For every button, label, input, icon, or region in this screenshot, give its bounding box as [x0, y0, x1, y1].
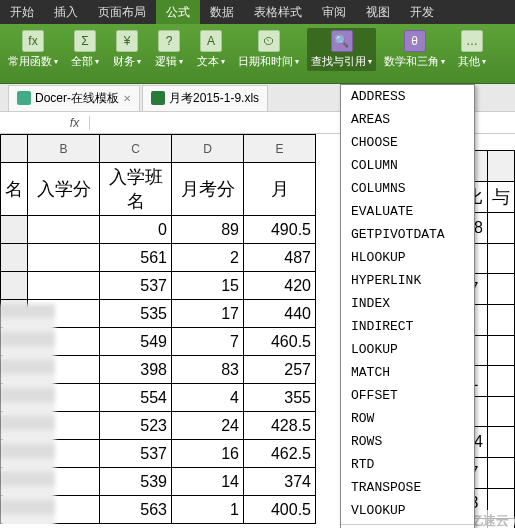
chevron-down-icon: ▾ [482, 57, 486, 66]
cell[interactable]: 490.5 [244, 216, 316, 244]
cell[interactable]: 16 [172, 440, 244, 468]
ribbon-icon: ⏲ [258, 30, 280, 52]
cell[interactable]: 420 [244, 272, 316, 300]
tab-insert[interactable]: 插入 [44, 0, 88, 24]
chevron-down-icon: ▾ [54, 57, 58, 66]
cell[interactable]: 374 [244, 468, 316, 496]
ribbon-日期和时间[interactable]: ⏲日期和时间▾ [234, 28, 303, 71]
cell[interactable] [28, 216, 100, 244]
menu-item-getpivotdata[interactable]: GETPIVOTDATA [341, 223, 474, 246]
cell[interactable]: 537 [100, 272, 172, 300]
header-cell[interactable]: 入学班名 [100, 163, 172, 216]
table-row-head[interactable] [1, 244, 28, 272]
cell[interactable]: 257 [244, 356, 316, 384]
ribbon-常用函数[interactable]: fx常用函数▾ [4, 28, 62, 71]
cell[interactable]: 537 [100, 440, 172, 468]
cell[interactable]: 400.5 [244, 496, 316, 524]
menu-item-hyperlink[interactable]: HYPERLINK [341, 269, 474, 292]
cell[interactable]: 563 [100, 496, 172, 524]
menu-item-vlookup[interactable]: VLOOKUP [341, 499, 474, 522]
cell[interactable]: 561 [100, 244, 172, 272]
cell[interactable]: 17 [172, 300, 244, 328]
col-header[interactable]: E [244, 135, 316, 163]
cell[interactable]: 539 [100, 468, 172, 496]
menu-item-rtd[interactable]: RTD [341, 453, 474, 476]
lookup-dropdown-menu: ADDRESSAREASCHOOSECOLUMNCOLUMNSEVALUATEG… [340, 84, 475, 528]
chevron-down-icon: ▾ [95, 57, 99, 66]
tab-layout[interactable]: 页面布局 [88, 0, 156, 24]
doctab-docer[interactable]: Docer-在线模板 ✕ [8, 85, 140, 111]
header-cell[interactable]: 入学分 [28, 163, 100, 216]
ribbon-逻辑[interactable]: ?逻辑▾ [150, 28, 188, 71]
cell[interactable]: 440 [244, 300, 316, 328]
menu-item-hlookup[interactable]: HLOOKUP [341, 246, 474, 269]
ribbon-查找与引用[interactable]: 🔍查找与引用▾ [307, 28, 376, 71]
cell[interactable]: 7 [172, 328, 244, 356]
cell[interactable]: 428.5 [244, 412, 316, 440]
ribbon-文本[interactable]: A文本▾ [192, 28, 230, 71]
menu-item-rows[interactable]: ROWS [341, 430, 474, 453]
ribbon-icon: A [200, 30, 222, 52]
cell[interactable] [28, 272, 100, 300]
cell[interactable]: 460.5 [244, 328, 316, 356]
close-icon[interactable]: ✕ [123, 93, 131, 104]
tab-dev[interactable]: 开发 [400, 0, 444, 24]
table-row-head[interactable] [1, 272, 28, 300]
ribbon-icon: ? [158, 30, 180, 52]
header-cell[interactable]: 月 [244, 163, 316, 216]
cell[interactable]: 535 [100, 300, 172, 328]
cell[interactable]: 549 [100, 328, 172, 356]
tab-tablestyle[interactable]: 表格样式 [244, 0, 312, 24]
cell[interactable]: 523 [100, 412, 172, 440]
menu-item-areas[interactable]: AREAS [341, 108, 474, 131]
cell[interactable]: 24 [172, 412, 244, 440]
chevron-down-icon: ▾ [295, 57, 299, 66]
menu-item-column[interactable]: COLUMN [341, 154, 474, 177]
cell[interactable]: 14 [172, 468, 244, 496]
menu-item-evaluate[interactable]: EVALUATE [341, 200, 474, 223]
ribbon-其他[interactable]: …其他▾ [453, 28, 491, 71]
cell[interactable]: 83 [172, 356, 244, 384]
cell[interactable]: 2 [172, 244, 244, 272]
cell[interactable]: 1 [172, 496, 244, 524]
menu-item-index[interactable]: INDEX [341, 292, 474, 315]
cell[interactable]: 462.5 [244, 440, 316, 468]
menu-item-transpose[interactable]: TRANSPOSE [341, 476, 474, 499]
fx-button[interactable]: fx [60, 116, 90, 130]
tab-formula[interactable]: 公式 [156, 0, 200, 24]
tab-view[interactable]: 视图 [356, 0, 400, 24]
cell[interactable] [28, 244, 100, 272]
tab-start[interactable]: 开始 [0, 0, 44, 24]
cell[interactable]: 487 [244, 244, 316, 272]
cell[interactable]: 4 [172, 384, 244, 412]
cell[interactable]: 15 [172, 272, 244, 300]
col-header[interactable]: D [172, 135, 244, 163]
header-cell[interactable]: 名 [1, 163, 28, 216]
menu-item-indirect[interactable]: INDIRECT [341, 315, 474, 338]
xls-icon [151, 91, 165, 105]
ribbon-全部[interactable]: Σ全部▾ [66, 28, 104, 71]
menu-item-lookup[interactable]: LOOKUP [341, 338, 474, 361]
docer-icon [17, 91, 31, 105]
menu-item-address[interactable]: ADDRESS [341, 85, 474, 108]
ribbon-财务[interactable]: ¥财务▾ [108, 28, 146, 71]
menu-item-row[interactable]: ROW [341, 407, 474, 430]
col-header[interactable]: C [100, 135, 172, 163]
doctab-xls[interactable]: 月考2015-1-9.xls [142, 85, 268, 111]
ribbon-数学和三角[interactable]: θ数学和三角▾ [380, 28, 449, 71]
cell[interactable]: 89 [172, 216, 244, 244]
tab-data[interactable]: 数据 [200, 0, 244, 24]
cell[interactable]: 398 [100, 356, 172, 384]
cell[interactable]: 0 [100, 216, 172, 244]
cell[interactable]: 554 [100, 384, 172, 412]
chevron-down-icon: ▾ [137, 57, 141, 66]
table-row-head[interactable] [1, 216, 28, 244]
menu-item-offset[interactable]: OFFSET [341, 384, 474, 407]
col-header[interactable]: B [28, 135, 100, 163]
header-cell[interactable]: 月考分 [172, 163, 244, 216]
tab-review[interactable]: 审阅 [312, 0, 356, 24]
menu-item-columns[interactable]: COLUMNS [341, 177, 474, 200]
menu-item-choose[interactable]: CHOOSE [341, 131, 474, 154]
cell[interactable]: 355 [244, 384, 316, 412]
menu-item-match[interactable]: MATCH [341, 361, 474, 384]
